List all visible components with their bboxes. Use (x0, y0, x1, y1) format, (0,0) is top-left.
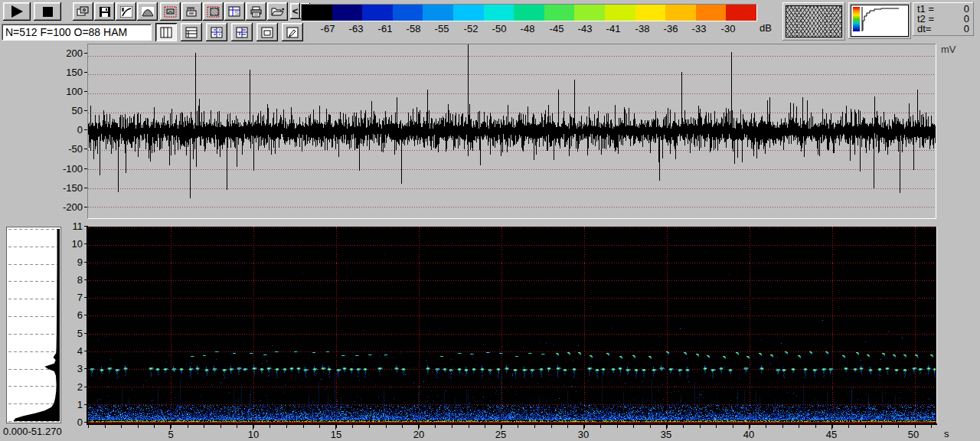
hatch-pattern-box[interactable] (782, 2, 845, 41)
gain-curve-plot-icon (851, 5, 902, 33)
copy-region-icon (207, 6, 220, 18)
colorbar-tick: -41 (599, 23, 627, 34)
colorbar-seg (332, 5, 363, 21)
sp-ytick: 10 (61, 238, 83, 250)
save-button[interactable] (94, 2, 115, 21)
colorbar-tick: -61 (371, 23, 399, 34)
transfer-curve-box[interactable] (848, 2, 911, 39)
average-spectrum-panel[interactable] (6, 227, 61, 423)
edit-button[interactable] (282, 23, 303, 41)
save-icon (99, 6, 111, 18)
wf-ytick: 150 (57, 67, 83, 78)
sp-ytick: 5 (61, 328, 83, 339)
spectrogram-panel[interactable] (88, 227, 937, 423)
colorbar-seg (393, 5, 423, 21)
colorbar-tick: -50 (485, 23, 513, 34)
cursor-readouts: t1 = 0 t2 = 0 dt= 0 (913, 2, 974, 36)
grid-settings-button[interactable]: S (224, 2, 245, 21)
gain-curve-icon (120, 6, 132, 18)
colorbar-seg (362, 5, 393, 21)
colorbar-tick: -36 (657, 23, 684, 34)
stop-button[interactable] (34, 2, 61, 21)
colorbar-unit: dB (760, 23, 772, 34)
colorbar-seg (514, 5, 544, 21)
sp-xtick: 10 (238, 429, 269, 440)
readout-dt: dt= 0 (917, 24, 969, 34)
capture-icon (77, 6, 90, 17)
time-range-label: 0.000-51.270 (3, 426, 62, 437)
sp-ytick: 8 (61, 274, 83, 286)
wf-ytick: 0 (57, 124, 83, 136)
sp-ytick: 11 (61, 220, 83, 232)
colorbar-tick: -30 (714, 23, 742, 34)
wf-ytick: 200 (57, 47, 83, 59)
colorbar-tick: -58 (400, 23, 427, 34)
sp-ytick: 9 (61, 256, 83, 268)
window-function-button[interactable] (137, 2, 158, 21)
app-window: S < > N=512 F=100 O=88 HAM (0, 0, 980, 441)
play-button[interactable] (3, 2, 31, 21)
colorbar-tick: -38 (629, 23, 656, 34)
sp-xtick: 45 (816, 429, 847, 440)
colorbar-seg (423, 5, 453, 21)
waveform-unit: mV (941, 44, 956, 55)
spectrogram-canvas[interactable] (88, 227, 936, 423)
colorbar-seg (484, 5, 514, 21)
waveform-canvas[interactable] (88, 44, 936, 218)
print-button[interactable] (246, 2, 266, 21)
open-button[interactable] (267, 2, 288, 21)
colorbar-seg (302, 5, 332, 21)
layout-grid-cross-button[interactable] (206, 23, 227, 41)
prev-button[interactable]: < (290, 3, 300, 19)
colorbar-seg (574, 5, 605, 21)
colorbar-seg (696, 5, 727, 21)
colorbar-tick: -33 (685, 23, 713, 34)
fft-params-field[interactable]: N=512 F=100 O=88 HAM (2, 24, 152, 41)
hatch-pattern-icon (786, 5, 842, 38)
capture-button[interactable] (73, 2, 93, 21)
colorbar-seg (635, 5, 666, 21)
grid-settings-icon: S (228, 6, 241, 18)
colorbar-seg (544, 5, 575, 21)
layout-rows-button[interactable] (181, 23, 202, 41)
wf-ytick: -50 (57, 143, 83, 155)
ruler-frame-button[interactable] (181, 2, 202, 21)
readout-dt-value: 0 (964, 24, 969, 34)
svg-text:S: S (234, 9, 239, 17)
colorbar-seg (726, 5, 756, 21)
db-colorbar[interactable] (301, 4, 757, 21)
layout-rows-icon (185, 27, 198, 38)
readout-dt-label: dt= (917, 24, 931, 34)
spectrogram-y-axis (87, 227, 88, 425)
colorbar-tick: -45 (543, 23, 570, 34)
sp-xtick: 15 (321, 429, 351, 440)
sp-ytick: 0 (61, 416, 83, 428)
colorbar-tick: -43 (571, 23, 599, 34)
colorbar-tick: -52 (457, 23, 485, 34)
copy-region-button[interactable] (203, 2, 224, 21)
waveform-panel[interactable] (87, 44, 936, 219)
layout-inset-icon (261, 27, 273, 38)
sp-ytick: 6 (61, 309, 83, 321)
edit-icon (286, 27, 299, 38)
wf-ytick: 100 (57, 86, 83, 97)
colorbar-tick: -63 (342, 23, 370, 34)
transfer-curve-icon (851, 5, 909, 37)
prev-icon: < (292, 5, 299, 17)
print-icon (250, 6, 263, 18)
open-icon (271, 6, 284, 17)
layout-grid-cross2-button[interactable] (231, 23, 253, 41)
wf-ytick: -150 (57, 182, 83, 194)
average-spectrum-canvas (7, 227, 60, 423)
display-frame-button[interactable] (160, 2, 181, 21)
spectrogram-unit: s (944, 429, 949, 439)
layout-inset-button[interactable] (256, 23, 278, 41)
gain-curve-button[interactable] (116, 2, 136, 21)
layout-grid-cross2-icon (236, 27, 248, 38)
layout-columns-button[interactable] (155, 23, 177, 41)
sp-xtick: 40 (733, 429, 764, 440)
sp-ytick: 7 (61, 292, 83, 303)
colorbar-seg (665, 5, 696, 21)
colorbar-seg (605, 5, 635, 21)
layout-grid-cross-icon (211, 27, 223, 38)
